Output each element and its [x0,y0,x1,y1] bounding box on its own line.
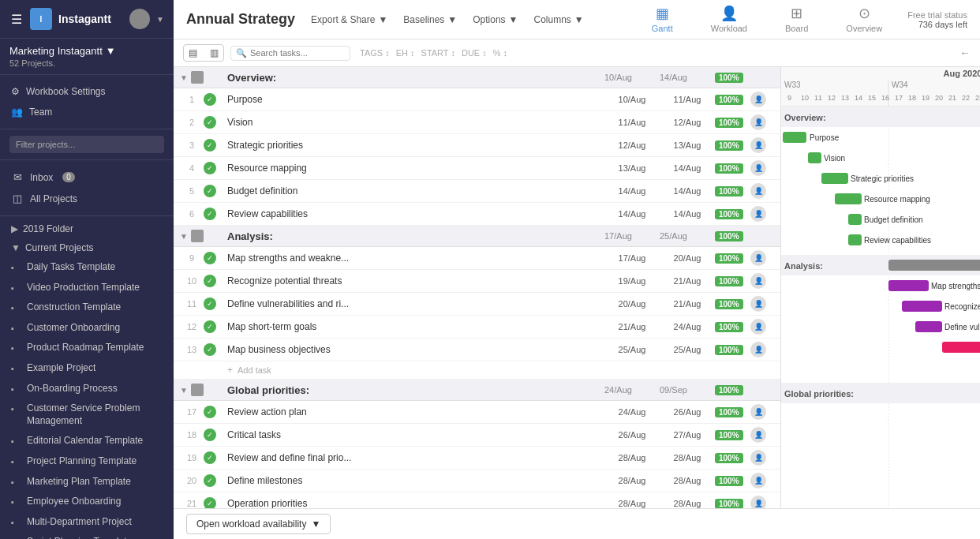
section-overview[interactable]: ▼ Overview: 10/Aug 14/Aug 100% [174,67,780,88]
gantt-svg-container: Aug 2020 W33 W34 W35 W36 9 [781,67,980,508]
task-check-icon: ✓ [204,275,216,287]
section-collapse-icon: ▼ [180,232,188,241]
add-col-button[interactable]: ▥ [205,45,223,61]
svg-text:15: 15 [868,94,876,102]
svg-text:Recognize potential threats: Recognize potential threats [944,302,980,311]
open-workload-button[interactable]: Open workload availability ▼ [186,514,331,534]
gantt-svg: Aug 2020 W33 W34 W35 W36 9 [781,67,980,508]
avatar: 👤 [750,342,766,357]
tags-sort-label: TAGS ↕ [360,48,390,58]
svg-text:Aug 2020: Aug 2020 [944,69,980,78]
list-item[interactable]: ▪ Construction Template [0,298,174,318]
svg-text:12: 12 [828,94,836,102]
tab-workload[interactable]: 👤 Workload [698,0,760,41]
svg-text:18: 18 [908,94,916,102]
table-row: 11 ✓ Define vulnerabilities and ri... 20… [174,293,780,316]
section-pct: 100% [715,385,743,395]
svg-rect-45 [821,173,848,184]
team-label: Team [29,107,52,118]
team-icon: 👥 [11,107,23,118]
section-collapse-icon: ▼ [180,386,188,395]
list-item[interactable]: ▪ Sprint Planning Template [0,532,174,539]
current-projects-label: Current Projects [25,242,94,253]
avatar: 👤 [750,427,766,443]
section-title: Analysis: [227,230,494,242]
avatar: 👤 [750,273,766,289]
workbook-label: Workbook Settings [26,86,106,97]
table-row: 2 ✓ Vision 11/Aug 12/Aug 100% 👤 [174,111,780,134]
sidebar-item-all-projects[interactable]: ◫ All Projects [0,188,174,209]
sidebar-item-inbox[interactable]: ✉ Inbox 0 [0,167,174,188]
task-table: ▼ Overview: 10/Aug 14/Aug 100% 1 ✓ [174,67,781,508]
list-item[interactable]: ▪ Customer Service Problem Management [0,399,174,431]
task-check-icon: ✓ [204,474,216,487]
avatar: 👤 [750,250,766,266]
inbox-badge: 0 [62,172,75,182]
list-item[interactable]: ▪ Product Roadmap Template [0,338,174,358]
project-count: 52 Projects. [9,58,164,68]
section-analysis[interactable]: ▼ Analysis: 17/Aug 25/Aug 100% [174,226,780,247]
add-buttons: ▤ ▥ [183,44,224,62]
list-item[interactable]: ▪ Employee Onboarding [0,492,174,512]
svg-text:11: 11 [814,94,822,102]
svg-text:W34: W34 [892,80,908,89]
section-global-priorities[interactable]: ▼ Global priorities: 24/Aug 09/Sep 100% [174,380,780,401]
workspace-name[interactable]: Marketing Instagantt ▼ [9,45,164,57]
task-check-icon: ✓ [204,116,216,129]
list-item[interactable]: ▪ On-Boarding Process [0,379,174,399]
free-trial-label: Free trial status [907,10,967,20]
task-check-icon: ✓ [204,429,216,441]
baselines-button[interactable]: Baselines ▼ [397,11,463,28]
folder-item-2019[interactable]: ▶ 2019 Folder [0,219,174,238]
folder-icon: ▶ [11,223,18,234]
list-item[interactable]: ▪ Customer Onboarding [0,318,174,339]
sidebar-search-container [0,129,174,160]
add-subtask-row[interactable]: + Add task [174,361,780,380]
export-share-button[interactable]: Export & Share ▼ [305,11,394,28]
baselines-chevron-icon: ▼ [447,14,457,25]
sidebar-settings: ⚙ Workbook Settings 👥 Team [0,75,174,129]
list-item[interactable]: ▪ Daily Tasks Template [0,257,174,278]
svg-rect-55 [888,260,980,271]
doc-icon: ▪ [11,456,22,467]
bottom-bar: Open workload availability ▼ [174,508,980,539]
svg-text:Overview:: Overview: [784,113,826,122]
table-row: 6 ✓ Review capabilities 14/Aug 14/Aug 10… [174,203,780,226]
svg-text:Review capabilities: Review capabilities [864,236,931,245]
back-button[interactable]: ← [959,47,971,59]
workbook-settings-item[interactable]: ⚙ Workbook Settings [0,81,174,102]
top-toolbar: Annual Strategy Export & Share ▼ Baselin… [174,0,980,39]
list-item[interactable]: ▪ Editorial Calendar Template [0,431,174,451]
hamburger-button[interactable]: ☰ [9,10,24,28]
eh-sort-label: EH ↕ [396,48,415,58]
add-icon: + [227,365,233,376]
svg-text:21: 21 [948,94,956,102]
folder-item-current[interactable]: ▼ Current Projects [0,238,174,257]
columns-button[interactable]: Columns ▼ [527,11,589,28]
section-icon [191,384,204,396]
tab-gantt[interactable]: ▦ Gantt [639,0,686,41]
filter-projects-input[interactable] [9,136,164,153]
list-item[interactable]: ▪ Multi-Department Project [0,512,174,533]
list-item[interactable]: ▪ Marketing Plan Template [0,472,174,492]
team-settings-item[interactable]: 👥 Team [0,102,174,122]
section-due: 09/Sep [660,385,715,395]
export-chevron-icon: ▼ [378,14,387,25]
svg-text:19: 19 [922,94,930,102]
task-check-icon: ✓ [204,451,216,464]
list-item[interactable]: ▪ Video Production Template [0,278,174,298]
svg-text:Resource mapping: Resource mapping [864,195,930,204]
task-check-icon: ✓ [204,252,216,264]
svg-text:W33: W33 [784,80,801,89]
user-avatar[interactable] [129,9,150,29]
task-search-input[interactable] [250,48,345,58]
add-row-button[interactable]: ▤ [184,45,202,61]
list-item[interactable]: ▪ Example Project [0,358,174,379]
tab-board[interactable]: ⊞ Board [772,0,821,41]
table-row: 9 ✓ Map strengths and weakne... 17/Aug 2… [174,247,780,270]
options-button[interactable]: Options ▼ [466,11,524,28]
tab-overview[interactable]: ⊙ Overview [833,0,895,41]
avatar: 👤 [750,160,766,176]
list-item[interactable]: ▪ Project Planning Template [0,451,174,472]
pct-sort-label: % ↕ [493,48,507,58]
